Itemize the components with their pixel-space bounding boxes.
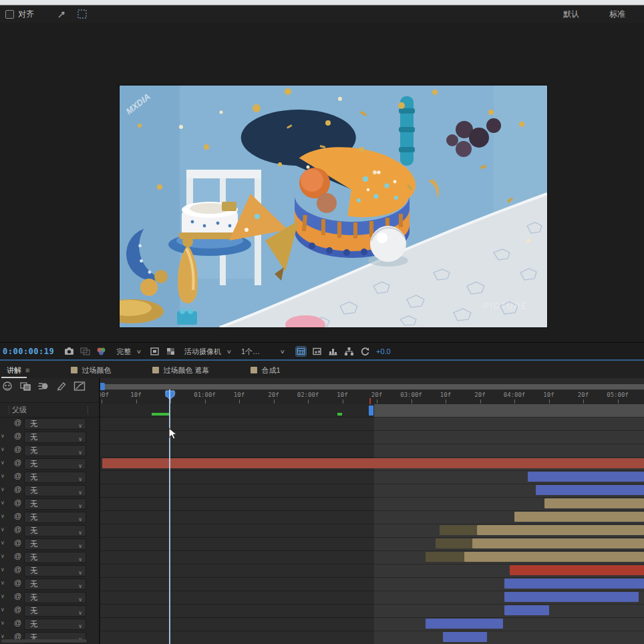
show-snapshot-icon[interactable] [80, 347, 90, 356]
layer-duration-bar[interactable] [426, 619, 503, 629]
tab-3[interactable]: 过场颜色 遮幕 [146, 362, 216, 378]
layer-duration-bar[interactable] [536, 485, 644, 495]
view-layout-select[interactable]: 1个… [241, 347, 260, 357]
exposure-reset-icon[interactable] [360, 347, 370, 356]
pickwhip-icon[interactable]: @ [14, 432, 21, 440]
pickwhip-icon[interactable]: @ [14, 418, 21, 426]
mode-chevron-icon[interactable]: ∨ [1, 633, 5, 639]
layer-duration-bar[interactable] [436, 538, 472, 548]
parent-dropdown[interactable]: 无∨ [24, 538, 86, 550]
pickwhip-icon[interactable]: @ [14, 445, 21, 453]
layer-duration-bar[interactable] [528, 472, 644, 482]
composition-marker[interactable] [369, 398, 371, 404]
workspace-tab-default[interactable]: 默认 [563, 5, 579, 23]
layer-duration-bar[interactable] [440, 525, 477, 535]
parent-dropdown[interactable]: 无∨ [24, 445, 86, 456]
parent-dropdown[interactable]: 无∨ [24, 512, 86, 523]
mode-chevron-icon[interactable]: ∨ [1, 433, 5, 439]
layer-duration-bar[interactable] [544, 498, 644, 508]
pickwhip-icon[interactable]: @ [14, 605, 21, 613]
work-area-end-handle[interactable] [369, 406, 373, 416]
parent-dropdown[interactable]: 无∨ [24, 472, 86, 483]
pickwhip-icon[interactable]: @ [14, 538, 21, 546]
horizontal-scrollbar[interactable] [1, 639, 87, 643]
mode-chevron-icon[interactable]: ∨ [1, 486, 5, 492]
flowchart-icon[interactable] [344, 347, 354, 356]
time-ruler[interactable]: :00f10f20f01:00f10f20f02:00f10f20f03:00f… [100, 390, 644, 405]
tab-2[interactable]: 过场颜色 [64, 362, 118, 378]
shy-icon[interactable] [1, 381, 13, 394]
region-of-interest-icon[interactable] [150, 347, 160, 356]
parent-dropdown[interactable]: 无∨ [24, 418, 86, 430]
motion-blur-icon[interactable] [37, 381, 49, 394]
mode-chevron-icon[interactable]: ∨ [1, 446, 5, 452]
time-navigator-bar[interactable] [100, 384, 644, 389]
pickwhip-icon[interactable]: @ [14, 619, 21, 627]
mode-chevron-icon[interactable]: ∨ [1, 580, 5, 586]
layer-duration-bar[interactable] [504, 579, 644, 589]
parent-dropdown[interactable]: 无∨ [24, 458, 86, 470]
pickwhip-icon[interactable]: @ [14, 498, 21, 506]
frame-blend-icon[interactable] [19, 381, 31, 394]
mode-chevron-icon[interactable]: ∨ [1, 500, 5, 506]
pickwhip-icon[interactable]: @ [14, 512, 21, 520]
layer-duration-bar[interactable] [102, 458, 644, 468]
align-checkbox[interactable] [5, 10, 14, 19]
work-area-strip[interactable] [100, 404, 644, 417]
layer-duration-bar[interactable] [464, 552, 644, 562]
mode-chevron-icon[interactable]: ∨ [1, 526, 5, 532]
pickwhip-icon[interactable]: @ [14, 458, 21, 466]
move-tool-icon[interactable] [57, 9, 67, 19]
layer-duration-bar[interactable] [504, 605, 549, 615]
mode-chevron-icon[interactable]: ∨ [1, 553, 5, 559]
tab-1[interactable]: 讲解≡ [0, 362, 36, 378]
timecode-display[interactable]: 0:00:00:19 [3, 347, 54, 356]
pickwhip-icon[interactable]: @ [14, 525, 21, 533]
mode-chevron-icon[interactable]: ∨ [1, 620, 5, 626]
parent-dropdown[interactable]: 无∨ [24, 485, 86, 496]
resolution-select[interactable]: 完整 [116, 347, 131, 357]
tab-4[interactable]: 合成1 [244, 362, 287, 378]
transparency-grid-icon[interactable] [166, 347, 176, 356]
parent-dropdown[interactable]: 无∨ [24, 605, 86, 617]
channels-rgb-icon[interactable] [96, 347, 106, 356]
parent-dropdown[interactable]: 无∨ [24, 498, 86, 510]
pickwhip-icon[interactable]: @ [14, 565, 21, 573]
exposure-value[interactable]: +0.0 [376, 347, 391, 355]
marquee-select-icon[interactable] [77, 9, 88, 19]
pixel-aspect-icon[interactable] [312, 347, 322, 356]
pickwhip-icon[interactable]: @ [14, 579, 21, 587]
workspace-tab-standard[interactable]: 标准 [609, 5, 625, 23]
pickwhip-icon[interactable]: @ [14, 472, 21, 480]
pickwhip-icon[interactable]: @ [14, 485, 21, 493]
layer-duration-bar[interactable] [443, 632, 487, 642]
layer-duration-bar[interactable] [472, 538, 644, 548]
panel-menu-icon[interactable]: ≡ [25, 366, 29, 374]
parent-dropdown[interactable]: 无∨ [24, 619, 86, 630]
layer-duration-bar[interactable] [504, 592, 639, 602]
parent-dropdown[interactable]: 无∨ [24, 432, 86, 443]
mode-chevron-icon[interactable]: ∨ [1, 607, 5, 613]
brush-icon[interactable] [55, 381, 67, 394]
camera-view-select[interactable]: 活动摄像机 [184, 347, 221, 357]
graph-editor-icon[interactable] [73, 381, 86, 394]
mode-chevron-icon[interactable]: ∨ [1, 473, 5, 479]
parent-dropdown[interactable]: 无∨ [24, 552, 86, 563]
layer-duration-bar[interactable] [514, 512, 644, 522]
layer-duration-bar[interactable] [477, 525, 644, 535]
mode-chevron-icon[interactable]: ∨ [1, 460, 5, 466]
layer-duration-bar[interactable] [510, 565, 644, 575]
layer-duration-bar[interactable] [426, 552, 464, 562]
parent-dropdown[interactable]: 无∨ [24, 579, 86, 590]
parent-dropdown[interactable]: 无∨ [24, 592, 86, 603]
parent-dropdown[interactable]: 无∨ [24, 525, 86, 536]
grid-guides-icon[interactable] [296, 347, 306, 356]
mode-chevron-icon[interactable]: ∨ [1, 540, 5, 546]
histogram-icon[interactable] [328, 347, 338, 356]
parent-dropdown[interactable]: 无∨ [24, 565, 86, 577]
pickwhip-icon[interactable]: @ [14, 552, 21, 560]
mode-chevron-icon[interactable]: ∨ [1, 567, 5, 573]
snapshot-camera-icon[interactable] [64, 347, 74, 356]
mode-chevron-icon[interactable]: ∨ [1, 593, 5, 599]
mode-chevron-icon[interactable]: ∨ [1, 513, 5, 519]
